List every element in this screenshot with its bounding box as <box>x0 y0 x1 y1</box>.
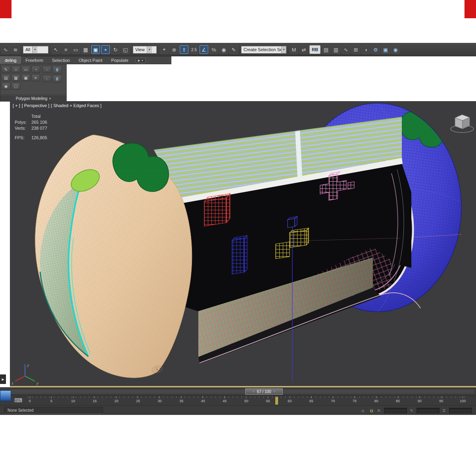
isolate-toggle-icon[interactable]: ☼ <box>360 408 365 413</box>
rendered-frame-icon[interactable]: ▣ <box>381 45 390 54</box>
selection-filter-dropdown[interactable]: All ▾ <box>23 46 48 54</box>
y-coord-label: Y: <box>410 409 413 413</box>
pm-pencil-icon[interactable]: ✎ <box>2 66 10 73</box>
viewport-shading-menu[interactable]: [ Shaded + Edged Faces ] <box>51 103 102 108</box>
render-setup-icon[interactable]: ⚙ <box>371 45 380 54</box>
snap-toggle-25-icon[interactable]: 2.5 <box>190 45 198 54</box>
chevron-down-icon[interactable]: ▾ <box>281 46 286 53</box>
tab-freeform[interactable]: Freeform <box>21 57 47 64</box>
pm-pinned-panel-icon[interactable]: II <box>52 66 62 74</box>
timeline-tick: 65 <box>309 396 313 405</box>
tab-modeling[interactable]: deling <box>0 56 21 64</box>
timeline-ruler[interactable]: 0510152025303540455055606570758085909510… <box>0 395 476 405</box>
pm-mesh-icon[interactable]: ▦ <box>12 74 20 81</box>
select-and-scale-icon[interactable]: ◱ <box>121 45 130 54</box>
tab-selection[interactable]: Selection <box>48 57 74 64</box>
rect-select-region-icon[interactable]: ▭ <box>71 45 80 54</box>
tab-object-paint[interactable]: Object Paint <box>75 57 106 64</box>
prev-frame-icon[interactable]: ‹ <box>253 390 254 393</box>
undo-wave-icon[interactable]: ∿ <box>1 45 10 54</box>
pm-rect-icon[interactable]: ▭ <box>21 66 30 73</box>
edit-named-selections-icon[interactable]: ✎ <box>229 45 238 54</box>
timeline-tick: 0 <box>28 396 32 405</box>
curve-editor-icon[interactable]: ∿ <box>342 45 350 54</box>
align-icon[interactable]: ⇄ <box>299 45 308 54</box>
timeline-tick: 40 <box>201 396 205 405</box>
z-coord-label: Z: <box>443 409 446 413</box>
red-wire-box[interactable] <box>204 194 230 226</box>
viewport[interactable]: z x y [ + ] [ Perspective ] [ Shaded + E… <box>10 101 476 387</box>
status-bar: None Selected ☼ ◘ X: Y: Z: <box>0 405 476 415</box>
pm-solid-icon[interactable]: ▣ <box>21 74 30 81</box>
maxscript-mini-listener[interactable] <box>0 390 11 401</box>
pm-lines-icon[interactable]: ≡ <box>31 74 40 81</box>
use-pivot-center-icon[interactable]: ⊕ <box>170 45 178 54</box>
viewport-expand-arrow[interactable]: ▶ <box>0 374 6 384</box>
timeline-tick: 20 <box>114 396 118 405</box>
pm-mini-2-icon[interactable]: ▫ <box>42 75 51 82</box>
z-coord-field[interactable] <box>449 408 472 413</box>
select-object-icon[interactable]: ↖ <box>52 45 60 54</box>
timeline-tick: 70 <box>331 396 335 405</box>
selection-lock-icon[interactable]: ◘ <box>369 408 374 413</box>
toolbar-group-c: ⌖⊕⇧2.5∠%◉✎ <box>160 45 238 54</box>
pm-mini-1-icon[interactable]: ▫ <box>42 66 51 73</box>
chevron-down-icon: ▾ <box>142 59 143 62</box>
timeline-tick: 50 <box>244 396 248 405</box>
material-editor-icon[interactable]: ◑ <box>361 45 370 54</box>
pm-pinned-panel-2-icon[interactable]: II <box>52 75 62 83</box>
pm-dot-icon[interactable]: ◉ <box>2 83 10 90</box>
timeline-tick: 55 <box>266 396 270 405</box>
time-slider[interactable]: ‹ 57 / 100 › <box>0 387 476 395</box>
tab-populate[interactable]: Populate <box>107 57 132 64</box>
layer-manager-icon[interactable]: ▤ <box>322 45 330 54</box>
select-and-manipulate-icon[interactable]: ⇧ <box>180 45 188 54</box>
named-selection-set-dropdown[interactable]: Create Selection Se ▾ <box>241 46 286 54</box>
viewport-scene: z x y <box>10 101 476 386</box>
pm-grid-icon[interactable]: ▤ <box>2 74 10 81</box>
time-slider-handle[interactable]: ‹ 57 / 100 › <box>245 388 283 395</box>
red-corner-right <box>464 0 476 18</box>
selection-status: None Selected <box>4 407 103 414</box>
timeline-tick: 80 <box>374 396 378 405</box>
link-ripple-icon[interactable]: ≋ <box>11 45 20 54</box>
render-production-icon[interactable]: ◉ <box>391 45 400 54</box>
reference-coordinate-dropdown[interactable]: View ▾ <box>133 46 157 54</box>
mirror-icon[interactable]: M <box>290 45 298 54</box>
blue-wire-box[interactable] <box>232 236 247 274</box>
polygon-modeling-title[interactable]: Polygon Modeling ▾ <box>0 95 67 102</box>
spinner-snap-icon[interactable]: ◉ <box>219 45 228 54</box>
select-and-rotate-icon[interactable]: ↻ <box>111 45 120 54</box>
schematic-view-icon[interactable]: ⊞ <box>351 45 360 54</box>
chevron-down-icon[interactable]: ▾ <box>147 46 152 53</box>
timeline-tick: 85 <box>396 396 400 405</box>
verts-value: 238 077 <box>31 125 47 131</box>
timeline-tick: 25 <box>136 396 140 405</box>
viewport-menu-plus[interactable]: [ + ] <box>13 103 20 108</box>
next-frame-icon[interactable]: › <box>274 390 275 393</box>
ribbon-camera-icon[interactable]: ▶ ▾ <box>136 58 146 63</box>
polygon-modeling-panel: ✎○▭◔ ▤▦▣≡ ◉▢ ▫II▫II <box>0 64 67 95</box>
fps-label: FPS: <box>15 135 31 141</box>
time-slider-track[interactable] <box>10 389 475 394</box>
percent-snap-icon[interactable]: % <box>209 45 218 54</box>
keyboard-override-button[interactable]: ⌨ <box>13 396 23 404</box>
pm-box-icon[interactable]: ▢ <box>12 83 20 90</box>
y-coord-field[interactable] <box>416 408 440 413</box>
window-crossing-icon[interactable]: ▦ <box>81 45 90 54</box>
viewport-view-menu[interactable]: [ Perspective ] <box>22 103 50 108</box>
select-and-move-icon[interactable]: + <box>101 45 110 54</box>
viewport-label[interactable]: [ + ] [ Perspective ] [ Shaded + Edged F… <box>13 103 102 108</box>
chevron-down-icon[interactable]: ▾ <box>32 46 37 53</box>
rb-chip[interactable]: RB <box>309 45 321 54</box>
pm-sphere-icon[interactable]: ◔ <box>31 66 40 73</box>
angle-snap-icon[interactable]: ∠ <box>200 45 208 54</box>
verts-label: Verts: <box>15 125 31 131</box>
select-by-name-icon[interactable]: ≡ <box>61 45 70 54</box>
x-coord-field[interactable] <box>384 408 407 413</box>
application-window: ∿≋ All ▾ ↖≡▭▦▣+↻◱ View ▾ ⌖⊕⇧2.5∠%◉✎ Crea… <box>0 0 476 476</box>
select-highlight-icon[interactable]: ▣ <box>91 45 100 54</box>
pm-circle-icon[interactable]: ○ <box>12 66 20 73</box>
reference-coordinate-icon[interactable]: ⌖ <box>160 45 169 54</box>
ribbon-toggle-icon[interactable]: ▥ <box>332 45 340 54</box>
